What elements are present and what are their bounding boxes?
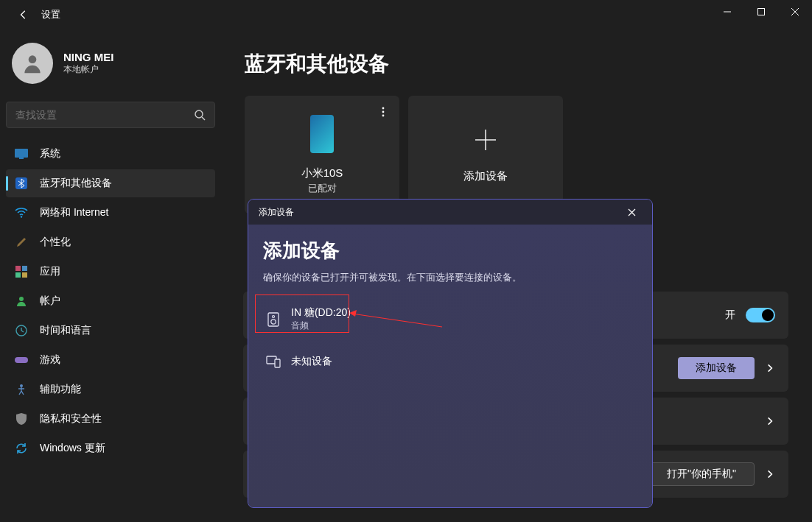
dialog-close-button[interactable] <box>621 202 642 222</box>
sidebar: NING MEI 本地帐户 系统 蓝牙和其他设备 网络和 Internet <box>0 29 221 522</box>
svg-rect-1 <box>758 9 765 15</box>
titlebar: 设置 <box>0 0 812 29</box>
clock-icon <box>15 324 28 337</box>
wifi-icon <box>15 206 28 219</box>
close-button[interactable] <box>778 0 812 24</box>
svg-rect-6 <box>19 158 24 159</box>
nav-label: 蓝牙和其他设备 <box>40 177 112 190</box>
svg-rect-15 <box>15 357 28 363</box>
add-device-dialog: 添加设备 添加设备 确保你的设备已打开并可被发现。在下面选择要连接的设备。 IN… <box>248 199 653 508</box>
svg-rect-12 <box>22 272 27 278</box>
shield-icon <box>15 412 28 426</box>
apps-icon <box>15 265 28 278</box>
avatar <box>12 43 53 84</box>
phone-icon <box>310 115 334 153</box>
nav-label: 网络和 Internet <box>40 206 108 219</box>
nav: 系统 蓝牙和其他设备 网络和 Internet 个性化 应用 帐户 <box>6 140 215 462</box>
gamepad-icon <box>15 353 28 367</box>
svg-point-16 <box>20 384 23 387</box>
nav-label: 应用 <box>40 265 60 278</box>
nav-label: 辅助功能 <box>40 383 81 396</box>
nav-network[interactable]: 网络和 Internet <box>6 199 215 227</box>
svg-rect-9 <box>15 266 21 271</box>
nav-gaming[interactable]: 游戏 <box>6 346 215 374</box>
svg-point-2 <box>29 55 37 63</box>
nav-label: 游戏 <box>40 353 60 367</box>
minimize-button[interactable] <box>710 0 744 24</box>
nav-apps[interactable]: 应用 <box>6 258 215 286</box>
svg-point-3 <box>195 110 203 118</box>
svg-line-4 <box>202 117 205 120</box>
window-controls <box>710 0 812 24</box>
svg-point-19 <box>382 115 385 117</box>
svg-point-18 <box>382 111 385 113</box>
brush-icon <box>15 236 28 249</box>
dialog-titlebar-text: 添加设备 <box>259 206 294 219</box>
maximize-button[interactable] <box>744 0 778 24</box>
device-item-unknown[interactable]: 未知设备 <box>263 350 637 373</box>
nav-personalize[interactable]: 个性化 <box>6 228 215 256</box>
plus-icon <box>472 127 499 153</box>
profile-name: NING MEI <box>63 51 113 63</box>
search-box[interactable] <box>6 102 215 128</box>
nav-system[interactable]: 系统 <box>6 140 215 168</box>
svg-rect-26 <box>275 359 280 367</box>
nav-label: 系统 <box>40 147 60 161</box>
page-title: 蓝牙和其他设备 <box>245 50 788 78</box>
dialog-subtext: 确保你的设备已打开并可被发现。在下面选择要连接的设备。 <box>263 271 637 284</box>
accessibility-icon <box>15 383 28 396</box>
svg-point-13 <box>19 297 24 301</box>
svg-point-17 <box>382 107 385 110</box>
svg-rect-11 <box>15 272 21 278</box>
card-more-button[interactable] <box>373 102 393 122</box>
nav-accounts[interactable]: 帐户 <box>6 287 215 315</box>
chevron-right-icon <box>765 416 775 426</box>
device-item-type: 音频 <box>291 320 351 332</box>
app-title: 设置 <box>41 8 60 21</box>
nav-label: 个性化 <box>40 236 71 249</box>
profile-block[interactable]: NING MEI 本地帐户 <box>6 29 215 102</box>
search-input[interactable] <box>15 109 194 121</box>
bluetooth-icon <box>15 177 28 190</box>
device-item-name: IN 糖(DD:20) <box>291 306 351 320</box>
chevron-right-icon <box>765 363 775 373</box>
device-item-name: 未知设备 <box>291 355 332 368</box>
svg-point-8 <box>21 216 22 217</box>
nav-label: 帐户 <box>40 294 60 308</box>
profile-sub: 本地帐户 <box>63 63 113 76</box>
paired-device-card[interactable]: 小米10S 已配对 <box>245 96 399 214</box>
nav-label: Windows 更新 <box>40 442 105 455</box>
nav-time-language[interactable]: 时间和语言 <box>6 317 215 345</box>
nav-bluetooth[interactable]: 蓝牙和其他设备 <box>6 169 215 197</box>
svg-point-23 <box>273 315 275 317</box>
devices-icon <box>266 354 281 369</box>
svg-rect-5 <box>15 149 28 158</box>
update-icon <box>15 442 28 455</box>
nav-accessibility[interactable]: 辅助功能 <box>6 375 215 403</box>
display-icon <box>15 147 28 161</box>
device-name: 小米10S <box>301 166 343 180</box>
add-device-button[interactable]: 添加设备 <box>678 357 755 379</box>
add-device-label: 添加设备 <box>463 169 508 183</box>
dialog-heading: 添加设备 <box>263 238 637 264</box>
bluetooth-toggle[interactable] <box>746 308 775 322</box>
search-icon <box>194 109 206 121</box>
add-device-card[interactable]: 添加设备 <box>408 96 563 214</box>
nav-label: 隐私和安全性 <box>40 412 102 426</box>
svg-rect-10 <box>22 266 27 271</box>
open-your-phone-button[interactable]: 打开"你的手机" <box>648 462 755 486</box>
chevron-right-icon <box>765 469 775 479</box>
toggle-on-label: 开 <box>725 308 735 322</box>
device-item-audio[interactable]: IN 糖(DD:20) 音频 <box>263 302 637 336</box>
device-status: 已配对 <box>308 182 337 195</box>
nav-privacy[interactable]: 隐私和安全性 <box>6 405 215 433</box>
person-icon <box>15 294 28 308</box>
nav-update[interactable]: Windows 更新 <box>6 434 215 462</box>
svg-point-24 <box>271 319 276 323</box>
dialog-titlebar: 添加设备 <box>248 200 652 225</box>
back-button[interactable] <box>12 3 35 27</box>
nav-label: 时间和语言 <box>40 324 91 337</box>
speaker-icon <box>266 312 281 327</box>
